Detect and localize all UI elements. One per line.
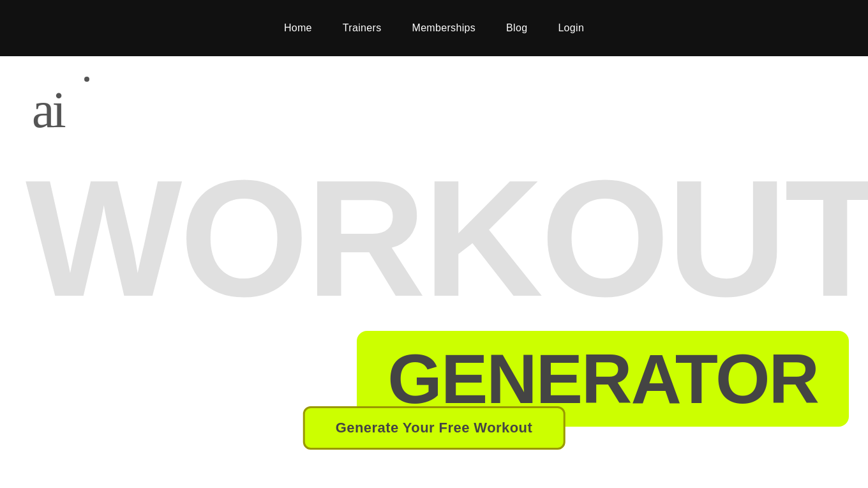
nav-item-memberships[interactable]: Memberships bbox=[412, 22, 476, 34]
nav-links: Home Trainers Memberships Blog Login bbox=[284, 22, 584, 34]
nav-link-home[interactable]: Home bbox=[284, 22, 312, 33]
logo-container: ai bbox=[32, 77, 89, 135]
nav-link-login[interactable]: Login bbox=[558, 22, 584, 33]
logo-dot bbox=[84, 77, 89, 82]
nav-item-trainers[interactable]: Trainers bbox=[343, 22, 382, 34]
generate-workout-button[interactable]: Generate Your Free Workout bbox=[303, 406, 565, 450]
nav-link-blog[interactable]: Blog bbox=[506, 22, 527, 33]
nav-item-login[interactable]: Login bbox=[558, 22, 584, 34]
logo-text: ai bbox=[32, 84, 64, 135]
nav-link-memberships[interactable]: Memberships bbox=[412, 22, 476, 33]
nav-item-blog[interactable]: Blog bbox=[506, 22, 527, 34]
main-nav: Home Trainers Memberships Blog Login bbox=[0, 0, 868, 56]
cta-container: Generate Your Free Workout bbox=[303, 406, 565, 450]
hero-section: ai WORKOUT GENERATOR Generate Your Free … bbox=[0, 56, 868, 488]
workout-background-text: WORKOUT bbox=[0, 155, 868, 321]
nav-link-trainers[interactable]: Trainers bbox=[343, 22, 382, 33]
nav-item-home[interactable]: Home bbox=[284, 22, 312, 34]
